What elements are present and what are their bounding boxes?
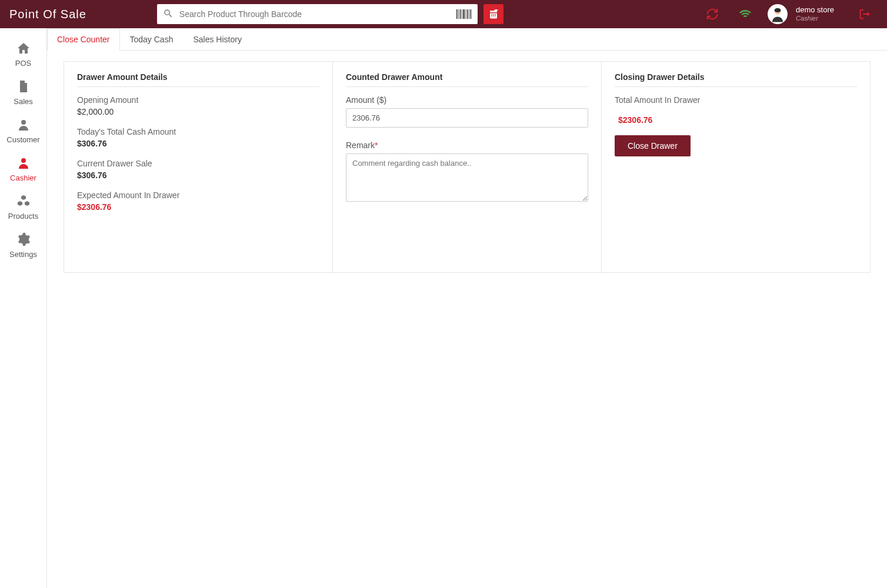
expected-label: Expected Amount In Drawer — [77, 191, 319, 200]
file-icon — [16, 79, 31, 93]
svg-rect-4 — [463, 9, 464, 19]
close-drawer-button[interactable]: Close Drawer — [615, 135, 691, 156]
opening-amount-value: $2,000.00 — [77, 107, 319, 116]
sidebar-item-label: Customer — [6, 135, 39, 144]
tab-sales-history[interactable]: Sales History — [183, 28, 251, 51]
user-role: Cashier — [796, 15, 834, 22]
sidebar-item-label: Settings — [9, 250, 37, 259]
svg-point-12 — [21, 120, 26, 125]
sidebar-item-sales[interactable]: Sales — [0, 75, 46, 113]
counted-drawer-panel: Counted Drawer Amount Amount ($) Remark* — [333, 61, 602, 273]
total-label: Total Amount In Drawer — [615, 95, 857, 105]
expected-value: $2306.76 — [77, 202, 319, 212]
tab-today-cash[interactable]: Today Cash — [120, 28, 184, 51]
sidebar-item-pos[interactable]: POS — [0, 36, 46, 75]
user-name: demo store — [796, 6, 834, 15]
avatar[interactable] — [768, 4, 788, 24]
tabs: Close Counter Today Cash Sales History — [47, 28, 887, 51]
opening-amount-label: Opening Amount — [77, 95, 319, 105]
svg-rect-2 — [460, 9, 461, 19]
sidebar-item-label: Sales — [14, 97, 33, 106]
sidebar-item-label: POS — [15, 59, 31, 68]
svg-rect-8 — [470, 9, 471, 19]
search-input[interactable] — [179, 9, 456, 19]
wifi-icon — [738, 7, 752, 21]
gear-icon — [16, 232, 31, 246]
svg-rect-0 — [456, 9, 458, 19]
content-area: Close Counter Today Cash Sales History D… — [47, 28, 887, 588]
today-cash-label: Today's Total Cash Amount — [77, 127, 319, 136]
sidebar-item-cashier[interactable]: Cashier — [0, 151, 46, 189]
calculator-button[interactable] — [483, 4, 503, 24]
logout-icon[interactable] — [858, 7, 872, 21]
closing-drawer-panel: Closing Drawer Details Total Amount In D… — [602, 61, 871, 273]
drawer-amount-details-panel: Drawer Amount Details Opening Amount $2,… — [64, 61, 333, 273]
svg-rect-7 — [469, 9, 469, 19]
app-title: Point Of Sale — [9, 8, 86, 21]
amount-label: Amount ($) — [346, 95, 588, 105]
sidebar-item-label: Cashier — [10, 173, 36, 182]
remark-textarea[interactable] — [346, 153, 588, 202]
svg-rect-6 — [467, 9, 468, 19]
panel-heading: Counted Drawer Amount — [346, 72, 588, 87]
tab-close-counter[interactable]: Close Counter — [47, 28, 120, 51]
current-sale-value: $306.76 — [77, 171, 319, 180]
today-cash-value: $306.76 — [77, 139, 319, 148]
amount-input[interactable] — [346, 108, 588, 128]
search-wrapper — [157, 4, 478, 24]
user-icon — [16, 118, 31, 132]
sidebar: POS Sales Customer Cashier Products Sett… — [0, 28, 47, 588]
top-header: Point Of Sale demo store Cashier — [0, 0, 887, 28]
user-info: demo store Cashier — [796, 6, 834, 22]
home-icon — [16, 41, 31, 55]
search-icon — [163, 8, 179, 21]
svg-rect-5 — [465, 9, 466, 19]
sidebar-item-products[interactable]: Products — [0, 189, 46, 228]
sidebar-item-label: Products — [8, 212, 38, 220]
cashier-icon — [16, 156, 31, 170]
sidebar-item-customer[interactable]: Customer — [0, 113, 46, 151]
barcode-icon[interactable] — [456, 8, 472, 20]
sync-icon[interactable] — [705, 7, 719, 21]
svg-point-13 — [21, 158, 26, 163]
panel-heading: Closing Drawer Details — [615, 72, 857, 87]
panel-heading: Drawer Amount Details — [77, 72, 319, 87]
total-value: $2306.76 — [615, 115, 857, 125]
current-sale-label: Current Drawer Sale — [77, 159, 319, 168]
svg-rect-1 — [458, 9, 459, 19]
svg-rect-3 — [462, 9, 462, 19]
remark-label: Remark* — [346, 141, 588, 150]
boxes-icon — [16, 194, 31, 208]
sidebar-item-settings[interactable]: Settings — [0, 228, 46, 266]
